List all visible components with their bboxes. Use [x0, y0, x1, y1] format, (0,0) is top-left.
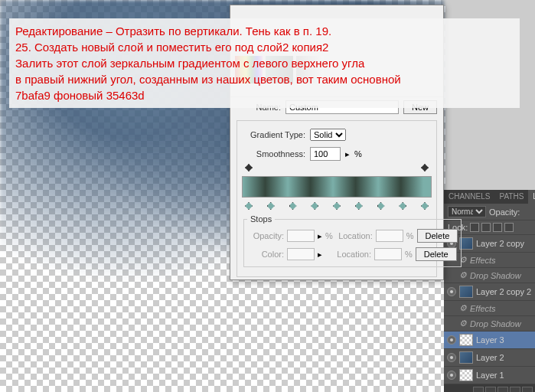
location-input[interactable]	[376, 230, 403, 242]
layer-name: Layer 3	[476, 335, 504, 345]
lock-all-icon[interactable]	[504, 223, 514, 232]
color-input[interactable]	[287, 248, 315, 260]
location-label: Location:	[336, 231, 373, 240]
layer-thumb	[459, 334, 473, 346]
layer-name: Layer 2 copy	[476, 239, 524, 248]
tab-channels[interactable]: CHANNELS	[444, 190, 494, 204]
effect-name: Effects	[470, 304, 496, 313]
instruction-overlay: Редактирование – Отразить по вертикали. …	[9, 18, 520, 108]
group-icon[interactable]	[522, 387, 533, 392]
visibility-icon[interactable]	[447, 335, 456, 345]
pct-label: %	[405, 250, 413, 259]
lock-transparency-icon[interactable]	[470, 223, 479, 232]
layer-item[interactable]: Layer 3	[444, 332, 535, 349]
layer-name: Layer 2	[476, 353, 504, 362]
adjustment-icon[interactable]	[510, 387, 520, 392]
effect-name: Effects	[470, 256, 496, 265]
tab-paths[interactable]: PATHS	[494, 190, 528, 204]
smoothness-unit: %	[354, 149, 362, 158]
layer-effect-item[interactable]: ⚙Drop Shadow	[444, 268, 535, 283]
gradient-type-select[interactable]: Solid	[310, 129, 346, 141]
pct-label: %	[325, 231, 333, 240]
layer-thumb	[459, 369, 473, 381]
panel-footer	[444, 384, 535, 392]
layer-effect-item[interactable]: ⚙Drop Shadow	[444, 316, 535, 332]
mask-icon[interactable]	[497, 387, 508, 392]
layer-effect-item[interactable]: ⚙Effects	[444, 301, 535, 316]
lock-position-icon[interactable]	[493, 223, 502, 232]
effect-icon: ⚙	[459, 303, 467, 313]
overlay-line: Редактирование – Отразить по вертикали. …	[15, 23, 514, 39]
link-icon[interactable]	[473, 387, 484, 392]
overlay-line: 7bafa9 фоновый 35463d	[15, 87, 514, 103]
stops-legend: Stops	[247, 214, 275, 224]
location-input[interactable]	[374, 248, 402, 260]
overlay-line: в правый нижний угол, созданным из наших…	[15, 71, 514, 87]
dropdown-icon[interactable]: ▸	[318, 250, 322, 260]
tab-layers[interactable]: LAYERS	[528, 190, 535, 204]
overlay-line: Залить этот слой зеркальным градиентом с…	[15, 55, 514, 71]
opacity-stop-markers[interactable]	[242, 164, 432, 172]
gradient-type-label: Gradient Type:	[248, 130, 305, 139]
layer-thumb	[459, 351, 473, 364]
layer-name: Layer 2 copy 2	[476, 287, 531, 296]
layer-thumb	[459, 286, 473, 298]
smoothness-input[interactable]	[310, 147, 341, 161]
layer-item[interactable]: Layer 2 copy 2	[444, 283, 535, 301]
color-stop-markers[interactable]	[242, 202, 432, 210]
effect-name: Drop Shadow	[470, 319, 521, 328]
effect-icon: ⚙	[459, 270, 467, 280]
lock-pixels-icon[interactable]	[481, 223, 491, 232]
layer-item[interactable]: Layer 2	[444, 349, 535, 367]
opacity-input[interactable]	[287, 230, 315, 242]
opacity-label: Opacity:	[489, 207, 520, 217]
effect-name: Drop Shadow	[470, 271, 521, 280]
pct-label: %	[406, 231, 414, 240]
color-label: Color:	[247, 250, 284, 259]
smoothness-label: Smoothness:	[248, 149, 305, 158]
smoothness-dropdown-icon[interactable]: ▸	[345, 149, 350, 159]
delete-button[interactable]: Delete	[416, 247, 457, 261]
opacity-label: Opacity:	[247, 231, 284, 240]
layer-item[interactable]: Layer 1	[444, 367, 535, 384]
fx-icon[interactable]	[485, 387, 496, 392]
dropdown-icon[interactable]: ▸	[318, 231, 322, 241]
effect-icon: ⚙	[459, 318, 467, 328]
layer-name: Layer 1	[476, 371, 504, 380]
location-label: Location:	[334, 250, 371, 259]
visibility-icon[interactable]	[447, 371, 456, 380]
gradient-preview-bar[interactable]	[242, 176, 432, 198]
visibility-icon[interactable]	[447, 353, 456, 362]
overlay-line: 25. Создать новый слой и поместить его п…	[15, 39, 514, 55]
visibility-icon[interactable]	[447, 287, 456, 296]
delete-button[interactable]: Delete	[417, 229, 458, 243]
